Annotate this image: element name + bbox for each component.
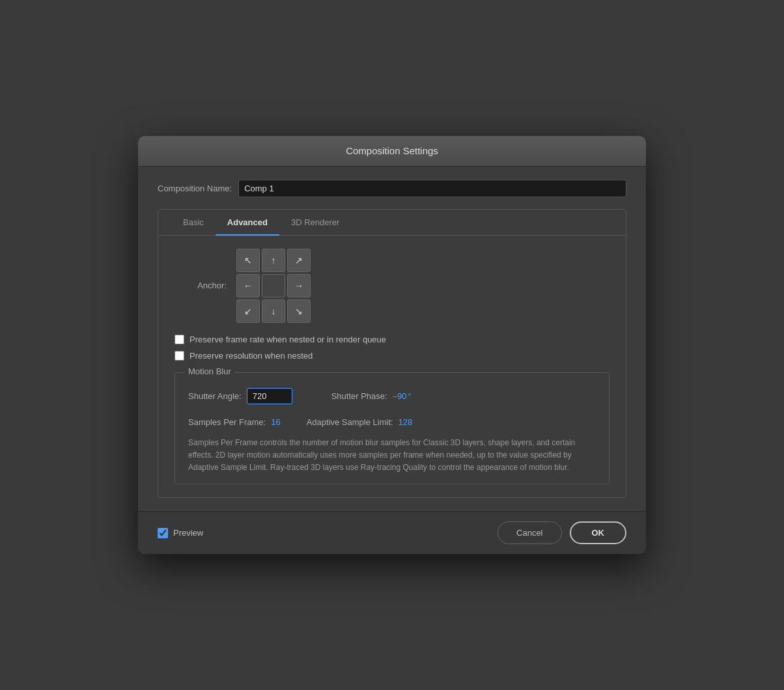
tab-3d-renderer[interactable]: 3D Renderer bbox=[279, 210, 351, 235]
samples-per-frame-value[interactable]: 16 bbox=[271, 417, 280, 427]
anchor-bottom-left-btn[interactable]: ↙ bbox=[236, 299, 260, 323]
preserve-frame-rate-row: Preserve frame rate when nested or in re… bbox=[175, 335, 609, 344]
cancel-button[interactable]: Cancel bbox=[497, 521, 561, 544]
ok-button[interactable]: OK bbox=[570, 521, 627, 544]
anchor-center-btn[interactable] bbox=[262, 274, 285, 297]
title-bar: Composition Settings bbox=[138, 136, 646, 167]
dialog-title: Composition Settings bbox=[346, 145, 438, 156]
tabs-panel: Basic Advanced 3D Renderer Anchor: ↖ ↑ bbox=[158, 209, 626, 499]
tab-content-advanced: Anchor: ↖ ↑ ↗ ← → ↙ ↓ ↘ bbox=[158, 236, 626, 498]
shutter-angle-input[interactable] bbox=[247, 388, 292, 404]
shutter-phase-group: Shutter Phase: –90 ° bbox=[331, 391, 412, 401]
motion-blur-description: Samples Per Frame controls the number of… bbox=[188, 437, 596, 475]
comp-name-input[interactable] bbox=[238, 180, 626, 197]
anchor-top-center-btn[interactable]: ↑ bbox=[262, 249, 285, 272]
preserve-resolution-row: Preserve resolution when nested bbox=[175, 351, 609, 361]
dialog-body: Composition Name: Basic Advanced 3D Rend… bbox=[138, 167, 646, 512]
footer-buttons: Cancel OK bbox=[497, 521, 626, 544]
tab-advanced[interactable]: Advanced bbox=[216, 210, 279, 235]
anchor-middle-left-btn[interactable]: ← bbox=[236, 274, 260, 297]
preserve-resolution-checkbox[interactable] bbox=[175, 351, 184, 361]
tab-basic[interactable]: Basic bbox=[171, 210, 216, 235]
anchor-middle-right-btn[interactable]: → bbox=[287, 274, 311, 297]
comp-name-row: Composition Name: bbox=[158, 180, 626, 197]
preview-checkbox[interactable] bbox=[158, 528, 168, 538]
samples-row: Samples Per Frame: 16 Adaptive Sample Li… bbox=[188, 417, 596, 427]
shutter-angle-label: Shutter Angle: bbox=[188, 391, 242, 401]
preserve-frame-rate-label: Preserve frame rate when nested or in re… bbox=[189, 335, 386, 344]
anchor-top-left-btn[interactable]: ↖ bbox=[236, 249, 260, 272]
anchor-label: Anchor: bbox=[175, 281, 227, 290]
anchor-bottom-center-btn[interactable]: ↓ bbox=[262, 299, 285, 323]
comp-name-label: Composition Name: bbox=[158, 184, 232, 193]
shutter-phase-value[interactable]: –90 bbox=[393, 391, 407, 401]
anchor-top-right-btn[interactable]: ↗ bbox=[287, 249, 311, 272]
adaptive-sample-limit-label: Adaptive Sample Limit: bbox=[307, 417, 393, 427]
adaptive-sample-limit-value[interactable]: 128 bbox=[399, 417, 413, 427]
dialog-footer: Preview Cancel OK bbox=[138, 511, 646, 554]
shutter-phase-label: Shutter Phase: bbox=[331, 391, 387, 401]
anchor-bottom-right-btn[interactable]: ↘ bbox=[287, 299, 311, 323]
anchor-grid: ↖ ↑ ↗ ← → ↙ ↓ ↘ bbox=[236, 249, 311, 323]
anchor-section: Anchor: ↖ ↑ ↗ ← → ↙ ↓ ↘ bbox=[175, 249, 609, 323]
composition-settings-dialog: Composition Settings Composition Name: B… bbox=[138, 136, 646, 555]
preview-label: Preview bbox=[173, 528, 203, 538]
motion-blur-section: Motion Blur Shutter Angle: Shutter Phase… bbox=[175, 372, 609, 485]
shutter-phase-unit: ° bbox=[408, 391, 411, 401]
preserve-resolution-label: Preserve resolution when nested bbox=[189, 351, 313, 361]
preview-section: Preview bbox=[158, 528, 497, 538]
samples-per-frame-label: Samples Per Frame: bbox=[188, 417, 266, 427]
shutter-row: Shutter Angle: Shutter Phase: –90 ° bbox=[188, 388, 596, 404]
preserve-frame-rate-checkbox[interactable] bbox=[175, 335, 184, 344]
tabs-header: Basic Advanced 3D Renderer bbox=[158, 210, 626, 236]
motion-blur-title: Motion Blur bbox=[185, 366, 234, 376]
